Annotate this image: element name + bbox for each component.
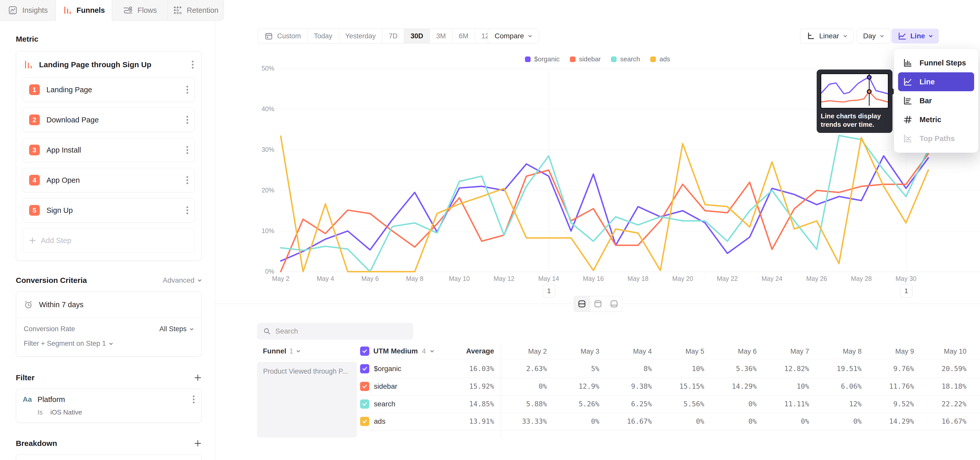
- menu-item-line[interactable]: Line: [898, 72, 974, 91]
- breakdown-column-header[interactable]: UTM Medium 4: [360, 345, 434, 358]
- row-checkbox[interactable]: [360, 417, 369, 426]
- interval-dropdown[interactable]: Day: [857, 29, 891, 43]
- select-all-checkbox[interactable]: [360, 347, 369, 356]
- legend-item[interactable]: $organic: [525, 55, 560, 63]
- tab-retention[interactable]: Retention: [168, 0, 224, 21]
- query-builder-sidebar: Metric Landing Page through Sign Up 1Lan…: [0, 21, 215, 460]
- view-toggle-chart-only[interactable]: [590, 296, 606, 311]
- table-row[interactable]: ads13.91%33.33%0%16.67%0%0%0%0%14.29%16.…: [358, 413, 980, 431]
- step-kebab-icon[interactable]: [186, 176, 188, 185]
- row-checkbox[interactable]: [360, 399, 369, 409]
- funnel-step-row[interactable]: 4App Open: [23, 168, 195, 192]
- funnel-step-row[interactable]: 2Download Page: [23, 108, 195, 132]
- funnel-steps-list: 1Landing Page2Download Page3App Install4…: [23, 77, 195, 223]
- date-column-header[interactable]: May 4: [606, 348, 652, 356]
- table-row[interactable]: $organic16.03%2.63%5%8%10%5.36%12.82%19.…: [358, 360, 980, 378]
- tab-insights[interactable]: Insights: [0, 0, 56, 21]
- date-column-header[interactable]: May 9: [868, 348, 914, 356]
- table-funnel-cell[interactable]: Product Viewed through P...: [257, 362, 357, 438]
- range-7d[interactable]: 7D: [382, 29, 404, 43]
- add-filter-button[interactable]: [194, 374, 202, 382]
- menu-item-top-paths: Top Paths: [898, 129, 974, 148]
- tab-funnels[interactable]: Funnels: [56, 0, 112, 21]
- add-step-button[interactable]: Add Step: [23, 228, 195, 253]
- tab-label: Funnels: [76, 6, 105, 14]
- funnel-column-header[interactable]: Funnel 1: [263, 345, 301, 357]
- date-column-header[interactable]: May 6: [711, 348, 757, 356]
- step-kebab-icon[interactable]: [186, 115, 188, 124]
- funnel-step-row[interactable]: 3App Install: [23, 138, 195, 162]
- filter-card: Aa Platform Is iOS Native: [16, 389, 202, 423]
- view-toggle-split[interactable]: [574, 296, 590, 311]
- y-axis-label: 30%: [215, 146, 274, 153]
- calendar-icon: [264, 32, 273, 40]
- step-kebab-icon[interactable]: [186, 206, 188, 215]
- chevron-down-icon: [189, 327, 194, 331]
- scale-dropdown[interactable]: Linear: [800, 29, 854, 43]
- range-custom[interactable]: Custom: [258, 29, 307, 43]
- row-cell-value: 18.18%: [915, 382, 966, 390]
- gridline: [280, 69, 980, 69]
- row-cell-value: 11.76%: [863, 382, 914, 390]
- range-today[interactable]: Today: [307, 29, 339, 43]
- annotation-gridline: [549, 69, 549, 272]
- date-column-header[interactable]: May 8: [816, 348, 862, 356]
- funnel-metric-icon: [24, 60, 33, 69]
- conversion-mode-dropdown[interactable]: Advanced: [162, 276, 202, 284]
- top-paths-icon: [903, 133, 913, 144]
- date-column-header[interactable]: May 2: [501, 348, 547, 356]
- view-toggle-table-only[interactable]: [606, 296, 622, 311]
- table-row[interactable]: search14.85%5.88%5.26%6.25%5.56%0%11.11%…: [358, 395, 980, 413]
- row-checkbox[interactable]: [360, 364, 369, 373]
- range-yesterday[interactable]: Yesterday: [339, 29, 382, 43]
- menu-item-funnel-steps[interactable]: Funnel Steps: [898, 53, 974, 72]
- step-kebab-icon[interactable]: [186, 146, 188, 154]
- step-label: Sign Up: [46, 206, 73, 215]
- filter-segment-dropdown[interactable]: Filter + Segment on Step 1: [24, 340, 106, 348]
- filter-kebab-icon[interactable]: [192, 395, 195, 404]
- funnel-step-row[interactable]: 1Landing Page: [23, 77, 195, 102]
- table-row[interactable]: sidebar15.92%0%12.9%9.38%15.15%14.29%10%…: [358, 378, 980, 396]
- metric-title[interactable]: Landing Page through Sign Up: [39, 60, 151, 69]
- conversion-window-row[interactable]: Within 7 days: [16, 292, 201, 318]
- filter-property[interactable]: Platform: [38, 395, 65, 404]
- alarm-clock-icon: [24, 300, 33, 309]
- annotation-badge[interactable]: 1: [543, 284, 555, 297]
- row-cell-value: 22.22%: [915, 400, 966, 408]
- row-cell-value: 9.76%: [863, 365, 914, 372]
- filter-operator[interactable]: Is: [38, 408, 43, 416]
- legend-swatch: [650, 56, 656, 62]
- step-kebab-icon[interactable]: [186, 85, 188, 94]
- range-30d[interactable]: 30D: [404, 29, 430, 43]
- row-checkbox[interactable]: [360, 382, 369, 391]
- funnel-step-row[interactable]: 5Sign Up: [23, 198, 195, 223]
- add-breakdown-button[interactable]: [194, 439, 202, 447]
- tab-flows[interactable]: Flows: [112, 0, 168, 21]
- legend-item[interactable]: sidebar: [570, 55, 601, 63]
- date-column-header[interactable]: May 5: [659, 348, 704, 356]
- row-cell-value: 19.51%: [811, 365, 862, 372]
- conversion-rate-label: Conversion Rate: [24, 325, 75, 333]
- table-search-input[interactable]: Search: [257, 323, 413, 340]
- chart-type-dropdown[interactable]: Line: [891, 29, 939, 43]
- legend-item[interactable]: search: [611, 55, 640, 63]
- date-column-header[interactable]: May 10: [921, 348, 966, 356]
- step-label: App Install: [46, 146, 81, 154]
- metric-kebab-icon[interactable]: [192, 60, 194, 69]
- annotation-badge[interactable]: 1: [900, 284, 912, 297]
- filter-value[interactable]: iOS Native: [50, 408, 82, 416]
- date-column-header[interactable]: May 7: [763, 348, 809, 356]
- compare-button[interactable]: Compare: [488, 29, 539, 43]
- range-3m[interactable]: 3M: [430, 29, 452, 43]
- average-column-header[interactable]: Average: [443, 347, 494, 355]
- tab-label: Flows: [138, 6, 157, 14]
- conversion-window-label: Within 7 days: [39, 300, 83, 309]
- breakdown-section-title: Breakdown: [16, 439, 57, 448]
- conversion-rate-dropdown[interactable]: All Steps: [159, 325, 194, 333]
- row-cell-value: 15.15%: [653, 382, 704, 390]
- menu-item-bar[interactable]: Bar: [898, 91, 974, 110]
- date-column-header[interactable]: May 3: [554, 348, 600, 356]
- menu-item-metric[interactable]: Metric: [898, 110, 974, 129]
- legend-item[interactable]: ads: [650, 55, 670, 63]
- range-6m[interactable]: 6M: [452, 29, 475, 43]
